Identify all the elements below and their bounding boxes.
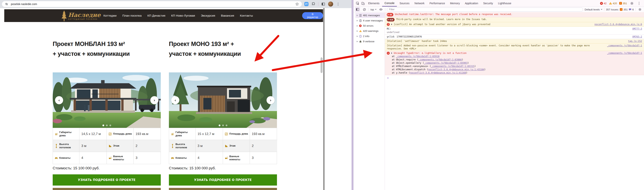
tab-lighthouse[interactable]: Lighthouse: [496, 0, 514, 6]
tab-sources[interactable]: Sources: [397, 0, 412, 6]
tab-console[interactable]: Console: [382, 0, 397, 6]
live-expression-eye-icon[interactable]: [378, 7, 383, 12]
console-message-jquery-conflict[interactable]: 2 [conflict] An attempt to load another …: [385, 22, 644, 27]
devtools-menu-icon[interactable]: [637, 2, 641, 5]
source-link[interactable]: noconflict-3.6.4+debounce.min.js:1:43184: [428, 68, 484, 71]
console-message-settimeout-violation[interactable]: [Violation] 'setTimeout' handler took 24…: [385, 39, 644, 43]
expand-triangle-icon[interactable]: [391, 23, 392, 25]
log-levels-selector[interactable]: Default levels: [585, 8, 602, 11]
stack-frame: at HTMLDocument.dispatch (noconflict-3.6…: [387, 68, 486, 71]
editor-button[interactable]: В редактор: [302, 12, 323, 19]
carousel-next-button[interactable]: ›: [150, 96, 158, 104]
sidebar-item-user-messages[interactable]: 4 user messages: [356, 18, 385, 23]
spec-table: Габариты дома 15 х 12,7 м Площадь дома 1…: [169, 128, 277, 164]
carousel-dot[interactable]: [226, 124, 228, 126]
sidebar-item-verbose[interactable]: 9 verbose: [356, 39, 385, 44]
nav-link-novo-lugovaya[interactable]: КП Ново-Луговая: [171, 14, 195, 17]
spec-label-cell: Площадь дома: [107, 128, 134, 140]
house-render-image: [169, 72, 277, 128]
console-message-runtime-lasterror[interactable]: 49 Unchecked runtime.lastError: The mess…: [385, 12, 644, 17]
carousel-dot[interactable]: [110, 124, 111, 126]
tab-memory[interactable]: Memory: [448, 0, 462, 6]
tab-application[interactable]: Application: [462, 0, 480, 6]
console-prompt-chevron-icon: >: [387, 77, 389, 79]
error-count-badge[interactable]: 42: [600, 2, 606, 5]
repeat-count-badge[interactable]: 418: [387, 18, 394, 21]
console-message-rc[interactable]: RC:undefined VM777:3: [385, 27, 644, 35]
console-filter-input[interactable]: [387, 7, 583, 11]
details-button[interactable]: УЗНАТЬ ПОДРОБНЕЕ О ПРОЕКТЕ: [169, 174, 277, 186]
console-message-uncaught-typeerror[interactable]: Uncaught TypeError: e.lightGallery is no…: [385, 51, 644, 75]
source-link[interactable]: _components.js?bbcda1d7:1:65315: [431, 65, 474, 68]
repeat-count-badge[interactable]: 49: [387, 13, 393, 16]
spec-value-cell: 4: [80, 152, 107, 164]
carousel-prev-button[interactable]: ‹: [55, 96, 63, 104]
expand-triangle-icon[interactable]: [391, 52, 392, 54]
source-link[interactable]: noconflict-3.6.4+debounce.min.js:6: [594, 23, 642, 26]
site-logo[interactable]: Наследие КОТТЕДЖНЫЙ ПОСЕЛОК: [61, 10, 101, 22]
carousel-dots[interactable]: [53, 124, 161, 126]
source-link[interactable]: _components.js?bbcda1d7:1:65903: [424, 62, 467, 64]
prev-arrow-icon: ‹: [174, 98, 176, 102]
device-toolbar-icon[interactable]: [360, 1, 366, 6]
profile-avatar[interactable]: [328, 1, 333, 6]
source-link[interactable]: _components.js?bbcda1d7:1:65918: [396, 55, 440, 58]
console-prompt[interactable]: >: [385, 75, 644, 81]
console-message-passive-listener-violation[interactable]: [Violation] Added non-passive event list…: [385, 43, 644, 51]
carousel-prev-button[interactable]: ‹: [171, 96, 179, 104]
console-message-yclid[interactable]: yclid: 170972225965125076 VM765:2: [385, 35, 644, 39]
console-settings-gear-icon[interactable]: [638, 7, 642, 12]
tab-elements[interactable]: Elements: [366, 0, 382, 6]
source-link[interactable]: tag.js:152: [628, 40, 642, 43]
extensions-puzzle-icon[interactable]: [311, 2, 316, 6]
source-link[interactable]: VM777:3: [632, 27, 642, 30]
browser-menu-icon[interactable]: [336, 3, 340, 5]
carousel-dot-active[interactable]: [102, 124, 104, 126]
mortgage-button[interactable]: ХОЧУ В ИПОТЕКУ ОТ 68 821 ₽/мес.: [53, 188, 161, 190]
extension-icon[interactable]: FT: [304, 2, 308, 6]
nav-link-vacancy[interactable]: Вакансия: [221, 14, 234, 17]
page-scrollbar-thumb[interactable]: [320, 57, 323, 73]
execution-context-selector[interactable]: top: [370, 8, 376, 11]
details-button[interactable]: УЗНАТЬ ПОДРОБНЕЕ О ПРОЕКТЕ: [53, 174, 161, 186]
nav-link-plan[interactable]: План поселка: [122, 14, 142, 17]
site-controls-icon[interactable]: [4, 2, 9, 6]
source-link[interactable]: _components.js?bbcda1d7:1: [607, 44, 642, 47]
bed-icon: [171, 155, 174, 161]
tab-performance[interactable]: Performance: [427, 0, 447, 6]
nav-link-dynasty[interactable]: КП Династия: [148, 14, 166, 17]
sidebar-item-warnings[interactable]: !420 warnings: [356, 28, 385, 34]
mortgage-button[interactable]: ХОЧУ В ИПОТЕКУ ОТ 65 250 ₽/мес.: [169, 188, 277, 190]
sidebar-item-errors[interactable]: 50 errors: [356, 23, 385, 28]
side-panel-icon[interactable]: [321, 2, 326, 6]
sidebar-item-all-messages[interactable]: 481 messages: [356, 13, 385, 18]
source-link[interactable]: VM765:2: [632, 35, 642, 38]
spec-value-cell: 2: [250, 140, 277, 152]
carousel-dot[interactable]: [222, 124, 224, 126]
devtools-settings-gear-icon[interactable]: [629, 1, 634, 6]
source-link[interactable]: _components.js?bbcda1d7:1: [607, 52, 642, 55]
carousel-dot-active[interactable]: [219, 124, 220, 126]
issues-count-badge[interactable]: 351: [619, 2, 627, 5]
tab-security[interactable]: Security: [481, 0, 496, 6]
spec-value-cell: 3 м: [80, 140, 107, 152]
address-bar[interactable]: poselok-nasledie.com: [2, 1, 302, 7]
clear-console-icon[interactable]: [362, 7, 367, 12]
console-sidebar-toggle-icon[interactable]: [355, 7, 360, 12]
tab-network[interactable]: Network: [412, 0, 427, 6]
source-link[interactable]: noconflict-3.6.4+debounce.min.js:1:41168: [410, 72, 466, 74]
warning-count-badge[interactable]: ! 420: [609, 2, 617, 5]
carousel-dot[interactable]: [106, 124, 108, 126]
sidebar-item-info[interactable]: 2 info: [356, 34, 385, 39]
issues-summary[interactable]: 357 Issues: 351 6: [606, 8, 634, 11]
console-message-third-party-cookie[interactable]: 418 Third-party cookie will be blocked. …: [385, 17, 644, 22]
nav-link-cottages[interactable]: Коттеджи: [104, 14, 116, 17]
carousel-next-button[interactable]: ›: [266, 96, 275, 104]
nav-link-contacts[interactable]: Контакты: [240, 14, 253, 17]
spec-label-cell: Высота потолков: [169, 140, 196, 152]
bookmark-star-icon[interactable]: [295, 2, 300, 6]
nav-link-excursion[interactable]: Экскурсия: [201, 14, 215, 17]
carousel-dots[interactable]: [169, 124, 277, 126]
source-link[interactable]: _components.js?bbcda1d7:1:63866: [418, 58, 462, 61]
inspect-element-icon[interactable]: [355, 1, 360, 6]
